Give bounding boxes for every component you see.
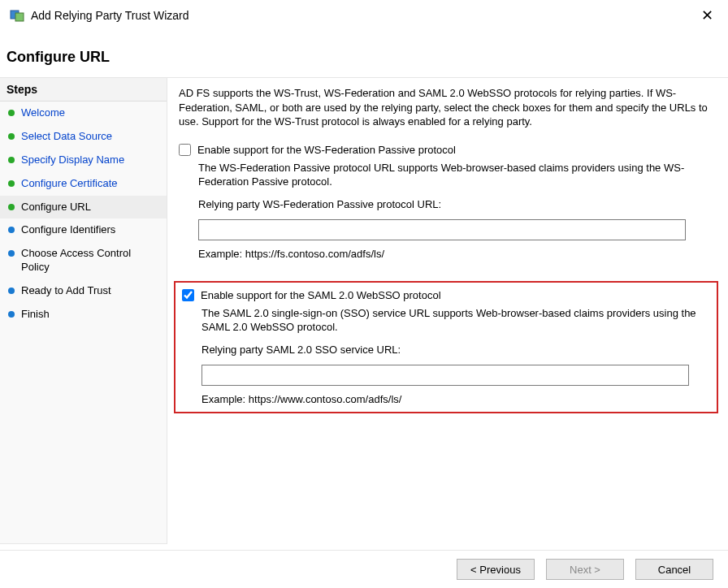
intro-text: AD FS supports the WS-Trust, WS-Federati… [179, 86, 713, 129]
saml-url-input[interactable] [202, 365, 689, 386]
step-label: Welcome [21, 106, 65, 120]
wsfed-example: Example: https://fs.contoso.com/adfs/ls/ [198, 247, 713, 262]
step-item[interactable]: Configure Certificate [0, 172, 167, 196]
step-item[interactable]: Specify Display Name [0, 149, 167, 172]
next-button[interactable]: Next > [546, 559, 624, 580]
wsfed-url-label: Relying party WS-Federation Passive prot… [198, 197, 713, 212]
step-label: Ready to Add Trust [21, 284, 111, 298]
step-item[interactable]: Configure Identifiers [0, 218, 167, 242]
step-item[interactable]: Select Data Source [0, 125, 167, 149]
step-label: Select Data Source [21, 130, 112, 144]
step-label: Choose Access Control Policy [21, 247, 158, 275]
saml-checkbox[interactable] [182, 289, 194, 301]
step-bullet-icon [8, 204, 15, 210]
cancel-button[interactable]: Cancel [635, 559, 713, 580]
wsfed-section: Enable support for the WS-Federation Pas… [179, 141, 713, 270]
step-bullet-icon [8, 227, 15, 233]
steps-sidebar: Steps WelcomeSelect Data SourceSpecify D… [0, 77, 167, 544]
step-bullet-icon [8, 311, 15, 318]
wsfed-desc: The WS-Federation Passive protocol URL s… [198, 161, 713, 189]
wsfed-checkbox-row: Enable support for the WS-Federation Pas… [179, 144, 713, 156]
step-label: Specify Display Name [21, 153, 124, 167]
step-bullet-icon [8, 180, 15, 187]
step-bullet-icon [8, 157, 15, 163]
saml-url-label: Relying party SAML 2.0 SSO service URL: [202, 343, 710, 357]
step-label: Finish [21, 308, 50, 322]
step-label: Configure Identifiers [21, 223, 115, 237]
saml-sub: The SAML 2.0 single-sign-on (SSO) servic… [182, 306, 710, 407]
saml-checkbox-label[interactable]: Enable support for the SAML 2.0 WebSSO p… [201, 289, 441, 301]
wsfed-sub: The WS-Federation Passive protocol URL s… [179, 161, 713, 262]
step-item[interactable]: Ready to Add Trust [0, 279, 167, 303]
saml-checkbox-row: Enable support for the SAML 2.0 WebSSO p… [182, 289, 710, 301]
wsfed-checkbox-label[interactable]: Enable support for the WS-Federation Pas… [197, 144, 456, 156]
steps-header: Steps [0, 78, 167, 102]
step-item[interactable]: Choose Access Control Policy [0, 242, 167, 279]
window-title: Add Relying Party Trust Wizard [31, 9, 696, 22]
page-heading: Configure URL [0, 29, 728, 77]
step-bullet-icon [8, 133, 15, 140]
step-item[interactable]: Welcome [0, 102, 167, 125]
step-item[interactable]: Configure URL [0, 196, 167, 219]
saml-example: Example: https://www.contoso.com/adfs/ls… [202, 392, 710, 407]
steps-list: WelcomeSelect Data SourceSpecify Display… [0, 102, 167, 326]
titlebar: Add Relying Party Trust Wizard ✕ [0, 0, 728, 29]
step-bullet-icon [8, 110, 15, 116]
step-label: Configure Certificate [21, 177, 118, 191]
footer-buttons: < Previous Next > Cancel [0, 550, 728, 588]
step-item[interactable]: Finish [0, 303, 167, 326]
step-label: Configure URL [21, 201, 91, 214]
app-icon [10, 8, 24, 23]
close-icon[interactable]: ✕ [696, 6, 718, 24]
previous-button[interactable]: < Previous [457, 559, 535, 580]
svg-rect-1 [15, 13, 24, 21]
saml-desc: The SAML 2.0 single-sign-on (SSO) servic… [202, 306, 710, 335]
content-pane: AD FS supports the WS-Trust, WS-Federati… [167, 77, 728, 544]
wsfed-checkbox[interactable] [179, 144, 191, 156]
main-area: Steps WelcomeSelect Data SourceSpecify D… [0, 77, 728, 544]
wsfed-url-input[interactable] [198, 219, 686, 240]
step-bullet-icon [8, 250, 15, 257]
step-bullet-icon [8, 288, 15, 294]
saml-section: Enable support for the SAML 2.0 WebSSO p… [174, 281, 718, 413]
